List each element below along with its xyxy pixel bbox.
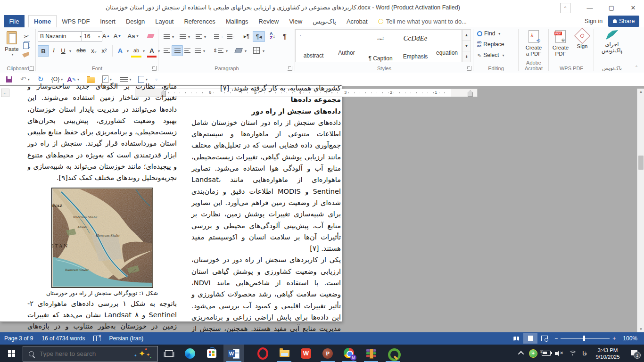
tray-language-indicator[interactable]: فا <box>579 345 590 362</box>
cut-icon[interactable]: ✂ <box>22 32 31 41</box>
wps-create-pdf-button[interactable]: PDF ⊕ CreatePDF <box>550 30 571 57</box>
copy-icon[interactable] <box>23 42 29 49</box>
action-center-button[interactable]: 1 <box>626 345 644 362</box>
format-painter-icon[interactable] <box>22 52 29 58</box>
italic-button[interactable]: I <box>49 45 58 56</box>
zoom-level[interactable]: 100% <box>619 332 644 345</box>
file-explorer-button[interactable] <box>274 345 294 362</box>
strikethrough-button[interactable]: abc <box>74 45 88 56</box>
show-marks-icon[interactable]: ¶ <box>280 31 289 41</box>
highlight-caret[interactable]: ▾ <box>143 49 145 53</box>
clear-formatting-icon[interactable] <box>145 31 156 41</box>
align-center-icon[interactable] <box>172 45 183 56</box>
tab-acrobat[interactable]: Acrobat <box>341 15 373 27</box>
multilevel-list-icon[interactable] <box>194 32 203 41</box>
font-size-combo[interactable]: 16▾ <box>82 31 102 41</box>
text-effects-icon[interactable]: A <box>115 45 125 56</box>
style-caption[interactable]: ئتت ¶ Caption <box>364 31 396 60</box>
zoom-slider[interactable] <box>561 338 610 339</box>
share-button[interactable]: Share <box>608 16 639 27</box>
search-input[interactable] <box>39 350 121 358</box>
task-view-button[interactable] <box>159 345 178 362</box>
grow-font-icon[interactable]: A▲ <box>101 31 111 41</box>
shading-icon[interactable] <box>234 46 243 55</box>
chrome-button[interactable]: M <box>339 345 359 362</box>
zoom-out-button[interactable]: − <box>552 332 561 345</box>
change-case-icon[interactable]: Aa▾ <box>126 31 140 41</box>
select-button[interactable]: ⇖ Select▾ <box>477 52 504 58</box>
clipboard-dialog-launcher[interactable] <box>29 66 34 71</box>
tab-view[interactable]: View <box>284 15 307 27</box>
line-spacing-icon[interactable]: ⇕ <box>213 46 223 55</box>
numbered-list-icon[interactable] <box>178 32 187 41</box>
sort-icon[interactable]: AZ↓ <box>268 31 277 41</box>
scroll-up-icon[interactable]: ▲ <box>637 89 644 95</box>
ribbon-display-options-icon[interactable]: ⌃ <box>560 3 570 13</box>
language-indicator[interactable]: Persian (Iran) <box>105 332 148 345</box>
tray-battery-icon[interactable]: ⚿ <box>539 345 553 362</box>
justify-caret[interactable]: ▾ <box>203 49 205 53</box>
paste-button[interactable]: Paste ▾ <box>4 31 20 61</box>
tab-wps-pdf[interactable]: WPS PDF <box>57 15 95 27</box>
shrink-font-icon[interactable]: A▼ <box>112 31 123 41</box>
rtl-direction-icon[interactable]: ¶◂ <box>253 31 265 42</box>
page[interactable]: کشورهای همسایه، به کار گرفته شوند. [۷] م… <box>0 86 342 321</box>
borders-icon[interactable] <box>252 46 261 55</box>
font-name-combo[interactable]: B Nazanin▾ <box>38 31 84 41</box>
save-icon[interactable] <box>4 74 14 85</box>
text-effects-caret[interactable]: ▾ <box>127 49 129 53</box>
print-layout-icon[interactable] <box>523 333 537 344</box>
right-indent-marker[interactable] <box>468 90 473 97</box>
tab-home[interactable]: Home <box>28 15 57 28</box>
tab-paknevis[interactable]: پاک‌نویس <box>307 15 341 27</box>
shading-caret[interactable]: ▾ <box>245 49 247 53</box>
zoom-slider-thumb[interactable] <box>583 336 585 341</box>
qgis-button[interactable] <box>383 345 403 362</box>
scroll-down-icon[interactable]: ▼ <box>637 326 644 332</box>
numbering-caret[interactable]: ▾ <box>188 35 190 39</box>
tray-wifi-icon[interactable] <box>566 345 579 362</box>
proofing-icon[interactable]: ✗ <box>89 332 105 345</box>
paste-dropdown-caret[interactable]: ▾ <box>5 52 20 57</box>
web-layout-icon[interactable] <box>537 333 552 344</box>
underline-caret[interactable]: ▾ <box>69 49 71 53</box>
wps-sign-button[interactable]: Sign <box>572 30 592 49</box>
khuzestan-map-figure[interactable]: AHVAZ Khorram Shahr Ahvaz Khorram Shahr … <box>51 188 153 288</box>
winrar-button[interactable] <box>361 345 381 362</box>
start-button[interactable] <box>0 345 23 362</box>
tab-layout[interactable]: Layout <box>150 15 179 27</box>
taskbar-search[interactable]: ✦ ✦ ✦ <box>23 346 158 362</box>
zoom-in-button[interactable]: + <box>610 332 619 345</box>
replace-button[interactable]: abac Replace <box>477 41 504 48</box>
find-button[interactable]: Find▾ <box>477 30 500 37</box>
psiphon-button[interactable]: P <box>318 345 338 362</box>
underline-button[interactable]: U <box>58 45 68 56</box>
tellme-box[interactable]: Tell me what you want to do... <box>373 15 472 27</box>
vertical-scrollbar[interactable]: ▲ ▼ <box>637 89 644 332</box>
increase-indent-icon[interactable]: ← <box>227 32 237 41</box>
bullet-caret[interactable]: ▾ <box>172 35 174 39</box>
tray-antivirus-icon[interactable]: + <box>527 345 539 362</box>
bullet-list-icon[interactable] <box>162 32 171 41</box>
tab-design[interactable]: Design <box>121 15 150 27</box>
align-right-icon[interactable] <box>183 46 191 55</box>
paragraph-dialog-launcher[interactable] <box>288 66 292 71</box>
word-taskbar-button[interactable]: W <box>223 345 244 362</box>
scroll-thumb[interactable] <box>638 156 644 170</box>
style-author[interactable]: Author <box>331 31 362 60</box>
tray-chevron-icon[interactable] <box>516 345 527 362</box>
ltr-direction-icon[interactable]: ▸¶ <box>241 32 252 41</box>
styles-gallery-expand-icon[interactable]: ⇟ <box>462 51 471 62</box>
run-paknevis-button[interactable]: اجرایپاک‌نویس <box>598 30 626 54</box>
tab-file[interactable]: File <box>4 15 25 27</box>
styles-scroll-down-icon[interactable]: ▼ <box>462 40 471 51</box>
bold-button[interactable]: B <box>38 45 49 57</box>
edge-button[interactable] <box>180 345 200 362</box>
tab-mailings[interactable]: Mailings <box>221 15 254 27</box>
close-button[interactable]: ✕ <box>622 0 644 15</box>
styles-scroll-up-icon[interactable]: ▲ <box>462 30 471 40</box>
decrease-indent-icon[interactable]: → <box>214 32 223 41</box>
tab-insert[interactable]: Insert <box>95 15 121 27</box>
maximize-button[interactable]: ▢ <box>601 0 622 15</box>
highlight-color-icon[interactable]: ab <box>131 45 141 58</box>
